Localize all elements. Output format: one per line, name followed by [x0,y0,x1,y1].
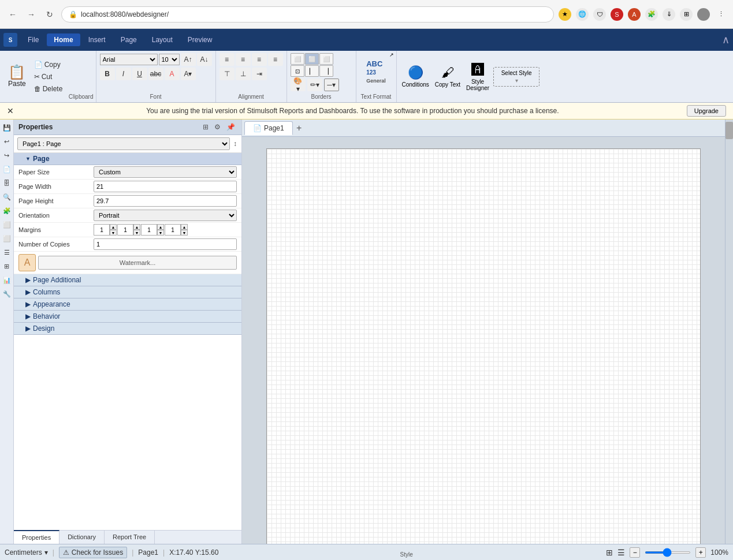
sidebar-icon-box1[interactable]: ⬜ [1,219,13,230]
sidebar-icon-tools[interactable]: 🔧 [1,288,13,300]
orientation-select[interactable]: Portrait Landscape [94,210,237,221]
ext-icon6[interactable]: ⊞ [680,8,693,21]
sidebar-icon-redo[interactable]: ↪ [1,150,13,161]
strikethrough-button[interactable]: abc [148,68,163,80]
sidebar-icon-chart[interactable]: 📊 [1,274,13,286]
align-justify-button[interactable]: ≡ [268,53,283,66]
sidebar-icon-grid[interactable]: ⊞ [1,260,13,272]
margin-left-down[interactable]: ▼ [110,230,117,236]
align-left-button[interactable]: ≡ [219,53,235,66]
sidebar-icon-undo[interactable]: ↩ [1,136,13,147]
margin-left-input[interactable] [94,224,110,236]
menu-file[interactable]: File [21,33,46,46]
sidebar-icon-list[interactable]: ☰ [1,247,13,258]
watermark-icon-preview[interactable]: A [18,254,36,271]
menu-preview[interactable]: Preview [181,33,219,46]
status-icon2[interactable]: ☰ [617,548,625,557]
border-right-button[interactable]: ▕ [319,65,333,77]
border-style-button[interactable]: ─▾ [324,79,339,91]
ext-icon3[interactable]: S [611,8,623,21]
margin-right-down[interactable]: ▼ [157,230,164,236]
border-outer-button[interactable]: ⬜ [305,53,319,65]
add-page-button[interactable]: + [293,122,306,135]
tab-dictionary[interactable]: Dictionary [59,531,105,544]
style-designer-button[interactable]: 🅰 StyleDesigner [464,61,491,93]
border-inner-button[interactable]: ⬜ [319,53,333,65]
margin-top-down[interactable]: ▼ [133,230,140,236]
font-family-select[interactable]: Arial [100,54,158,65]
indent-button[interactable]: ⇥ [252,68,267,80]
border-color-button[interactable]: ✏▾ [307,79,322,91]
ribbon-collapse-icon[interactable]: ∧ [722,33,730,46]
copy-button[interactable]: 📄 Copy [32,59,66,70]
font-color-button[interactable]: A [165,68,180,80]
url-bar[interactable]: 🔒 localhost:8080/webdesigner/ [61,6,554,23]
copies-input[interactable] [94,238,237,250]
sidebar-icon-plug[interactable]: 🧩 [1,205,13,216]
section-design-header[interactable]: ▶ Design [14,323,241,335]
vertical-scrollbar-thumb[interactable] [725,122,733,139]
sidebar-icon-pages[interactable]: 📄 [1,163,13,175]
download-icon[interactable]: ⇓ [663,8,675,21]
margin-bottom-down[interactable]: ▼ [181,230,188,236]
fill-color-button[interactable]: 🎨▾ [291,79,306,91]
section-columns-header[interactable]: ▶ Columns [14,286,241,298]
margin-top-up[interactable]: ▲ [133,224,140,230]
canvas-viewport[interactable]: Trial [242,137,725,544]
cut-button[interactable]: ✂ Cut [32,71,66,83]
align-top-button[interactable]: ⊤ [219,68,235,80]
forward-button[interactable]: → [24,8,38,21]
font-size-down-button[interactable]: A↓ [197,53,212,66]
border-none-button[interactable]: ⊡ [291,65,304,77]
menu-dots-icon[interactable]: ⋮ [715,8,727,21]
bold-button[interactable]: B [100,68,115,80]
sidebar-icon-box2[interactable]: ⬜ [1,233,13,244]
margin-left-up[interactable]: ▲ [110,224,117,230]
margin-bottom-input[interactable] [165,224,181,236]
menu-insert[interactable]: Insert [81,33,113,46]
ext-icon5[interactable]: 🧩 [645,8,658,21]
border-all-button[interactable]: ⬜ [291,53,304,65]
back-button[interactable]: ← [6,8,20,21]
section-appearance-header[interactable]: ▶ Appearance [14,298,241,311]
page-height-input[interactable] [94,195,237,207]
select-style-button[interactable]: Select Style ▾ [493,67,539,87]
zoom-slider[interactable] [645,551,691,554]
sidebar-icon-save[interactable]: 💾 [1,122,13,133]
paste-button[interactable]: 📋 Paste [5,64,29,89]
textformat-expand-icon[interactable]: ↗ [389,52,395,58]
close-notification-icon[interactable]: ✕ [7,106,14,115]
section-behavior-header[interactable]: ▶ Behavior [14,311,241,323]
units-dropdown-icon[interactable]: ▾ [44,548,48,557]
menu-layout[interactable]: Layout [145,33,180,46]
tab-report-tree[interactable]: Report Tree [105,531,155,544]
highlight-button[interactable]: A▾ [181,68,196,80]
canvas-tab-page1[interactable]: 📄 Page1 [244,121,293,135]
menu-home[interactable]: Home [47,33,80,46]
ext-icon2[interactable]: 🛡 [593,8,606,21]
profile-icon[interactable] [697,8,710,21]
page-width-input[interactable] [94,181,237,192]
properties-pin-icon[interactable]: 📌 [225,122,237,132]
watermark-button[interactable]: Watermark... [38,256,237,270]
section-page-header[interactable]: ▼ Page [14,153,241,165]
ext-icon4[interactable]: A [628,8,641,21]
delete-button[interactable]: 🗑 Delete [32,83,66,95]
margin-top-input[interactable] [117,224,133,236]
sidebar-icon-zoom[interactable]: 🔍 [1,191,13,203]
properties-sort-icon[interactable]: ↕ [232,139,238,149]
properties-object-select[interactable]: Page1 : Page [17,137,230,150]
menu-page[interactable]: Page [114,33,144,46]
paper-size-select[interactable]: Custom [94,166,237,178]
border-left-button[interactable]: ▏ [305,65,319,77]
sidebar-icon-data[interactable]: 🗄 [1,177,13,189]
properties-settings-icon[interactable]: ⚙ [213,122,222,132]
align-center-button[interactable]: ≡ [236,53,251,66]
align-right-button[interactable]: ≡ [252,53,267,66]
check-issues-button[interactable]: ⚠ Check for Issues [59,547,127,558]
font-size-select[interactable]: 10 [159,54,180,65]
conditions-button[interactable]: 🔵 Conditions [400,64,431,89]
section-page-additional-header[interactable]: ▶ Page Additional [14,274,241,286]
ext-icon1[interactable]: 🌐 [576,8,589,21]
upgrade-button[interactable]: Upgrade [687,105,726,117]
